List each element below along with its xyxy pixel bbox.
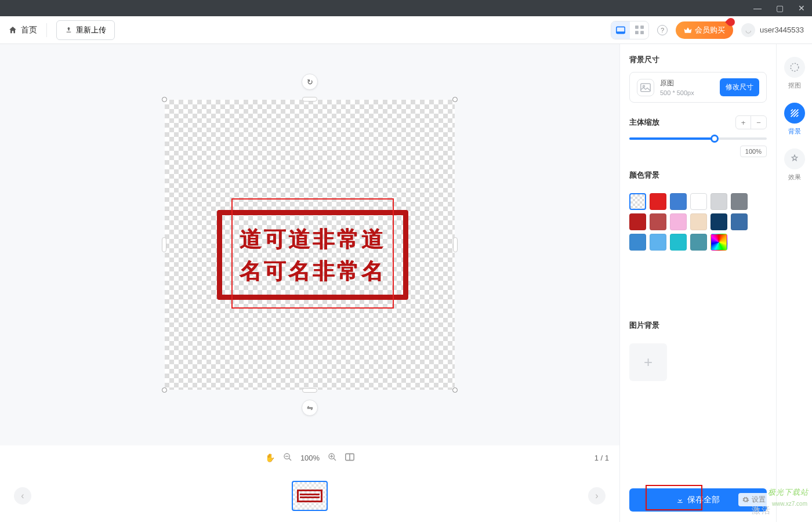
hot-badge-icon: [725, 16, 737, 28]
canvas-area[interactable]: ↻ 道可道非常道 名可名非常名: [0, 44, 619, 445]
zoom-in-icon: [328, 452, 337, 462]
single-view-icon: [616, 26, 625, 34]
resize-handle-br[interactable]: [452, 387, 458, 393]
flip-button[interactable]: ⇋: [302, 400, 318, 416]
svg-rect-3: [640, 26, 644, 29]
size-card: 原图 500 * 500px 修改尺寸: [629, 72, 767, 103]
zoom-out-button[interactable]: [283, 452, 292, 463]
thumb-prev-button[interactable]: ‹: [14, 487, 31, 505]
svg-line-12: [334, 458, 336, 461]
resize-handle-tr[interactable]: [452, 97, 458, 102]
color-swatch-14[interactable]: [670, 234, 687, 251]
thumb-next-button[interactable]: ›: [588, 487, 606, 505]
image-icon: [637, 79, 654, 96]
reupload-label: 重新上传: [76, 25, 106, 35]
color-swatch-8[interactable]: [670, 213, 687, 230]
vip-label: 会员购买: [695, 25, 725, 35]
edge-handle-top[interactable]: [302, 97, 317, 102]
properties-panel: 背景尺寸 原图 500 * 500px 修改尺寸 主体缩放 + − 100% 颜…: [619, 44, 776, 522]
watermark-brand: 极光下载站: [768, 487, 809, 498]
artboard-wrapper: ↻ 道可道非常道 名可名非常名: [165, 100, 455, 390]
compare-button[interactable]: [345, 453, 354, 463]
color-swatch-16[interactable]: [710, 234, 727, 251]
color-swatch-10[interactable]: [710, 213, 727, 230]
selection-box[interactable]: [231, 198, 394, 309]
view-single-button[interactable]: [611, 21, 630, 39]
settings-button[interactable]: 设置: [738, 493, 769, 506]
save-all-label: 保存全部: [687, 495, 720, 505]
rail-background-button[interactable]: 背景: [784, 103, 805, 136]
scale-title: 主体缩放: [629, 117, 659, 128]
resize-button[interactable]: 修改尺寸: [720, 78, 759, 96]
user-menu[interactable]: ◡ user3445533: [741, 23, 804, 37]
window-minimize[interactable]: —: [752, 3, 763, 13]
home-icon: [8, 26, 17, 35]
scale-slider[interactable]: [629, 137, 767, 140]
page-indicator: 1 / 1: [594, 454, 609, 462]
top-toolbar: 首页 重新上传 ? 会员购买 ◡ user3445533: [0, 16, 812, 44]
window-close[interactable]: ✕: [796, 3, 807, 13]
grid-view-icon: [635, 26, 644, 34]
color-swatch-3[interactable]: [690, 193, 707, 210]
color-swatch-1[interactable]: [650, 193, 666, 210]
color-swatch-6[interactable]: [629, 213, 646, 230]
color-swatch-5[interactable]: [731, 193, 748, 210]
home-label: 首页: [21, 25, 37, 35]
resize-handle-bl[interactable]: [162, 387, 167, 393]
color-swatch-9[interactable]: [690, 213, 707, 230]
edge-handle-right[interactable]: [453, 237, 458, 252]
crown-icon: [684, 27, 692, 34]
tool-rail: 抠图 背景 效果: [776, 44, 812, 522]
avatar-icon: ◡: [741, 23, 755, 37]
artboard[interactable]: 道可道非常道 名可名非常名: [165, 100, 455, 390]
edge-handle-left[interactable]: [162, 237, 166, 252]
compare-icon: [345, 453, 354, 461]
color-swatch-13[interactable]: [650, 234, 666, 251]
color-swatch-12[interactable]: [629, 234, 646, 251]
color-swatch-0[interactable]: [629, 193, 646, 210]
color-swatch-7[interactable]: [650, 213, 666, 230]
color-swatch-11[interactable]: [731, 213, 748, 230]
resize-handle-tl[interactable]: [162, 97, 167, 102]
pan-tool-button[interactable]: ✋: [265, 453, 275, 462]
svg-rect-15: [641, 84, 651, 92]
view-grid-button[interactable]: [630, 21, 648, 39]
image-bg-title: 图片背景: [629, 320, 767, 331]
svg-point-16: [643, 85, 645, 87]
download-icon: [676, 496, 684, 504]
home-button[interactable]: 首页: [8, 25, 37, 35]
thumbnail-item[interactable]: [292, 481, 328, 511]
vip-purchase-button[interactable]: 会员购买: [676, 21, 733, 39]
size-dimensions: 500 * 500px: [660, 89, 714, 96]
cutout-icon: [784, 57, 805, 78]
color-swatch-grid: [629, 193, 767, 251]
zoom-toolbar: ✋ 100% 1 / 1: [0, 445, 619, 470]
scale-minus-button[interactable]: −: [751, 116, 766, 129]
canvas-column: ↻ 道可道非常道 名可名非常名: [0, 44, 619, 522]
color-swatch-15[interactable]: [690, 234, 707, 251]
zoom-value: 100%: [300, 454, 320, 462]
window-titlebar: — ▢ ✕: [0, 0, 812, 16]
rail-effects-label: 效果: [788, 173, 801, 182]
help-button[interactable]: ?: [657, 25, 668, 35]
color-swatch-2[interactable]: [670, 193, 687, 210]
scale-plus-button[interactable]: +: [736, 116, 751, 129]
divider: [46, 23, 47, 37]
zoom-out-icon: [283, 452, 292, 462]
slider-thumb[interactable]: [710, 135, 719, 143]
edge-handle-bottom[interactable]: [302, 388, 317, 393]
window-maximize[interactable]: ▢: [774, 3, 785, 13]
svg-rect-2: [635, 26, 639, 29]
watermark-gray: 激活: [752, 505, 771, 516]
add-image-bg-button[interactable]: +: [629, 343, 667, 381]
color-bg-title: 颜色背景: [629, 170, 767, 180]
flip-icon: ⇋: [307, 404, 313, 412]
reupload-button[interactable]: 重新上传: [56, 20, 115, 40]
color-swatch-4[interactable]: [710, 193, 727, 210]
rotate-button[interactable]: ↻: [302, 74, 318, 90]
rail-cutout-label: 抠图: [788, 81, 801, 90]
rail-cutout-button[interactable]: 抠图: [784, 57, 805, 90]
zoom-in-button[interactable]: [328, 452, 337, 463]
gear-icon: [742, 496, 749, 503]
rail-effects-button[interactable]: 效果: [784, 148, 805, 182]
